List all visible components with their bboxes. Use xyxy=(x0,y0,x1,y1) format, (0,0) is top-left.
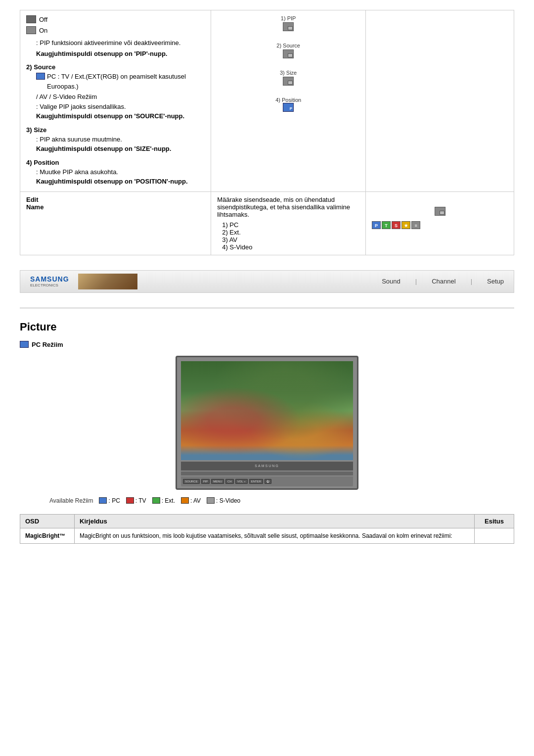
source-pc-desc: PC : TV / Ext.(EXT(RGB) on peamiselt kas… xyxy=(47,72,205,91)
nav-logo-block: SAMSUNG ELECTRONICS xyxy=(30,275,74,287)
nav-divider-2: | xyxy=(471,278,472,285)
icon-label-source: 2) Source xyxy=(217,43,359,48)
ci-yellow: ★ xyxy=(401,221,410,229)
on-icon xyxy=(26,26,36,34)
td-desc: MagicBright on uus funktsioon, mis loob … xyxy=(75,528,475,543)
colored-icons: P T S ★ ≡ xyxy=(372,221,508,229)
size-bold: Kaugjuhtimispuldi otsenupp on 'SIZE'-nup… xyxy=(36,144,205,154)
size-icon-row: 3) Size xyxy=(217,70,359,88)
edit-list-item-3: 3) AV xyxy=(222,236,359,243)
icon-label-pip: 1) PIP xyxy=(217,15,359,21)
pip-desc: : PIP funktsiooni aktiveerimine või deak… xyxy=(36,38,205,48)
avail-icon-av: : AV xyxy=(181,497,201,504)
off-icon xyxy=(26,15,36,23)
ci-red: S xyxy=(392,221,400,229)
nav-item-channel[interactable]: Channel xyxy=(432,278,455,285)
avail-ic-av xyxy=(181,497,189,504)
th-desc: Kirjeldus xyxy=(75,514,475,528)
available-bar: Available Režiim : PC : TV : Ext. : AV :… xyxy=(20,497,514,504)
avail-icon-svideo: : S-Video xyxy=(207,497,240,504)
source-av-desc: / AV / S-Video Režiim xyxy=(36,92,205,102)
pos-title: 4) Position xyxy=(26,159,205,166)
edit-list-item-2: 2) Ext. xyxy=(222,229,359,236)
edit-list-item-4: 4) S-Video xyxy=(222,243,359,251)
pc-mode-text: PC Režiim xyxy=(32,341,63,348)
edit-name-label: EditName xyxy=(26,196,44,211)
tv-model-text: SAMSUNG xyxy=(255,464,279,468)
tv-outer: SAMSUNG SOURCE PIP MENU CH VOL + ENTER ⏻ xyxy=(176,356,358,490)
ci-gray: ≡ xyxy=(411,221,420,229)
source-title: 2) Source xyxy=(26,63,205,71)
tv-controls: SOURCE PIP MENU CH VOL + ENTER ⏻ xyxy=(181,476,353,486)
size-desc: : PIP akna suuruse muutmine. xyxy=(36,135,205,144)
avail-label: Available Režiim xyxy=(49,497,93,504)
tv-btn-power[interactable]: ⏻ xyxy=(265,479,271,484)
source-select: : Valige PIP jaoks sisendallikas. xyxy=(36,102,205,112)
pip-icon-row: 1) PIP xyxy=(217,15,359,34)
td-esitus xyxy=(475,528,514,543)
top-section-table: Off On : PIP funktsiooni aktiveerimine v… xyxy=(20,10,514,255)
table-row: MagicBright™ MagicBright on uus funktsio… xyxy=(20,528,514,543)
avail-ic-tv xyxy=(126,497,134,504)
edit-name-label-cell: EditName xyxy=(20,191,211,255)
tv-btn-pip[interactable]: PIP xyxy=(201,479,210,484)
pip-bold: Kaugjuhtimispuldi otsenupp on 'PIP'-nupp… xyxy=(36,49,205,59)
avail-text-pc: : PC xyxy=(108,497,120,504)
edit-list: 1) PC 2) Ext. 3) AV 4) S-Video xyxy=(222,221,359,251)
position-icon: P xyxy=(283,103,294,112)
td-osd: MagicBright™ xyxy=(20,528,75,543)
nav-item-setup[interactable]: Setup xyxy=(487,278,504,285)
picture-title: Picture xyxy=(20,321,514,333)
off-label: Off xyxy=(39,16,47,23)
avail-icon-pc: : PC xyxy=(99,497,120,504)
tv-bottom-bar: SAMSUNG xyxy=(181,462,353,471)
nav-items: Sound | Channel | Setup xyxy=(382,278,504,285)
th-esitus: Esitus xyxy=(475,514,514,528)
icon-label-position: 4) Position xyxy=(217,97,359,103)
pc-icon-source xyxy=(36,73,45,80)
tv-btn-ch[interactable]: CH xyxy=(225,479,234,484)
page-wrapper: Off On : PIP funktsiooni aktiveerimine v… xyxy=(0,0,534,554)
tv-stand-bar xyxy=(181,472,353,475)
colored-icons-row: P T S ★ ≡ xyxy=(372,206,508,229)
avail-ic-ext xyxy=(152,497,160,504)
separator xyxy=(20,308,514,308)
source-icon xyxy=(283,49,294,58)
ci-blue: P xyxy=(372,221,381,229)
tv-screen-inner xyxy=(181,361,353,460)
th-osd: OSD xyxy=(20,514,75,528)
bottom-table: OSD Kirjeldus Esitus MagicBright™ MagicB… xyxy=(20,514,514,544)
pip-icons-cell: 1) PIP 2) Source 3) Size 4) Position xyxy=(211,10,366,192)
tv-btn-source[interactable]: SOURCE xyxy=(183,479,200,484)
tv-btn-menu[interactable]: MENU xyxy=(211,479,224,484)
ci-green: T xyxy=(382,221,391,229)
icon-label-size: 3) Size xyxy=(217,70,359,76)
pc-mode-label: PC Režiim xyxy=(20,341,514,348)
avail-icon-ext: : Ext. xyxy=(152,497,175,504)
nav-logo-sub: ELECTRONICS xyxy=(30,283,74,287)
tv-btn-enter[interactable]: ENTER xyxy=(249,479,263,484)
nav-divider-1: | xyxy=(415,278,417,285)
pos-bold: Kaugjuhtimispuldi otsenupp on 'POSITION'… xyxy=(36,177,205,187)
nav-logo: SAMSUNG xyxy=(30,275,69,283)
pc-mode-icon xyxy=(20,341,29,348)
nav-item-sound[interactable]: Sound xyxy=(382,278,400,285)
tv-btn-vol[interactable]: VOL + xyxy=(235,479,248,484)
tv-screen xyxy=(181,361,353,460)
position-icon-row: 4) Position P xyxy=(217,97,359,113)
size-title: 3) Size xyxy=(26,126,205,134)
avail-ic-pc xyxy=(99,497,107,504)
size-icon xyxy=(283,77,294,86)
avail-icon-tv: : TV xyxy=(126,497,146,504)
source-bold: Kaugjuhtimispuldi otsenupp on 'SOURCE'-n… xyxy=(36,111,205,121)
edit-desc: Määrake sisendseade, mis on ühendatud si… xyxy=(217,196,359,218)
source-icon-row: 2) Source xyxy=(217,43,359,61)
pip-content-cell: Off On : PIP funktsiooni aktiveerimine v… xyxy=(20,10,211,192)
edit-list-item-1: 1) PC xyxy=(222,221,359,229)
avail-text-av: : AV xyxy=(190,497,201,504)
tv-wrapper: SAMSUNG SOURCE PIP MENU CH VOL + ENTER ⏻ xyxy=(20,356,514,490)
edit-name-content-cell: Määrake sisendseade, mis on ühendatud si… xyxy=(211,191,366,255)
avail-text-svideo: : S-Video xyxy=(216,497,240,504)
avail-ic-svideo xyxy=(207,497,215,504)
edit-pip-icon xyxy=(435,207,445,216)
